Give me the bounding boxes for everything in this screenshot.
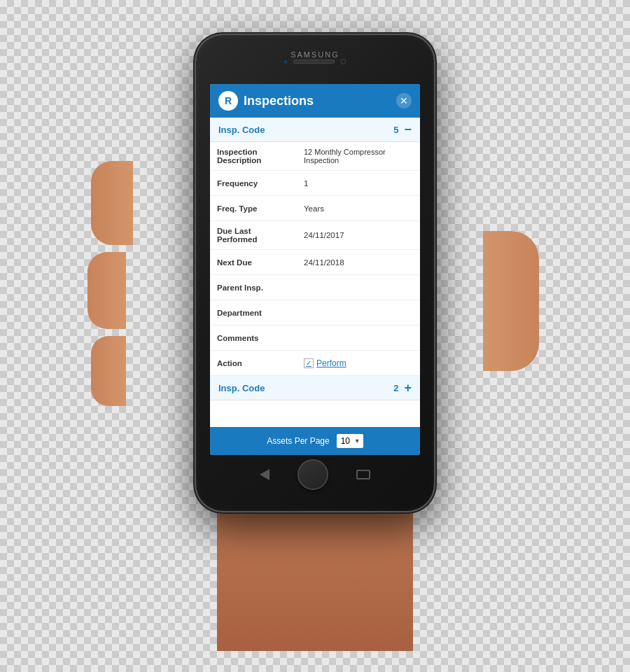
thumb [483, 231, 539, 371]
assets-per-page-label: Assets Per Page [267, 436, 329, 446]
field-label-next-due: Next Due [210, 250, 298, 274]
back-button-icon[interactable] [260, 469, 270, 480]
camera-dot [341, 59, 346, 64]
field-label-action: Action [210, 351, 298, 375]
close-button[interactable]: ✕ [396, 93, 412, 108]
field-label-department: Department [210, 300, 298, 325]
field-label-due-last: Due Last Performed [210, 221, 298, 249]
phone-top-bar [284, 59, 346, 64]
field-label-frequency: Frequency [210, 171, 298, 195]
field-value-parent [298, 275, 420, 300]
detail-row: Parent Insp. [210, 275, 420, 300]
finger-1 [91, 161, 133, 245]
insp-toggle-minus[interactable]: − [404, 123, 412, 136]
insp-code2-label: Insp. Code [218, 383, 393, 393]
detail-row: Department [210, 300, 420, 326]
detail-row: Freq. Type Years [210, 196, 420, 221]
finger-3 [91, 336, 126, 406]
perform-link[interactable]: ✓ Perform [304, 358, 346, 368]
app-footer: Assets Per Page 5 10 20 50 ▼ [210, 427, 420, 455]
app-title: Inspections [244, 94, 391, 108]
field-value-frequency: 1 [298, 171, 420, 195]
field-value-department [298, 300, 420, 325]
field-value-next-due: 24/11/2018 [298, 250, 420, 274]
field-value-description: 12 Monthly Compressor Inspection [298, 142, 420, 170]
hand-holding-phone: SAMSUNG R Inspections ✕ Insp. Code [77, 21, 553, 651]
phone-brand: SAMSUNG [290, 50, 340, 59]
detail-row: Next Due 24/11/2018 [210, 250, 420, 275]
insp-code-label: Insp. Code [218, 125, 393, 135]
phone-body: SAMSUNG R Inspections ✕ Insp. Code [196, 35, 434, 511]
detail-row: Comments [210, 326, 420, 351]
insp-toggle-plus[interactable]: + [404, 382, 412, 394]
app-header: R Inspections ✕ [210, 84, 420, 118]
finger-2 [88, 252, 126, 329]
home-button[interactable] [298, 459, 328, 490]
detail-row: Inspection Description 12 Monthly Compre… [210, 142, 420, 171]
insp-code-value: 5 [393, 125, 398, 135]
detail-row-action: Action ✓ Perform [210, 351, 420, 376]
inspection1-details: Inspection Description 12 Monthly Compre… [210, 142, 420, 376]
field-label-description: Inspection Description [210, 142, 298, 170]
field-label-comments: Comments [210, 326, 298, 350]
sensor-dot [284, 60, 288, 64]
detail-row: Due Last Performed 24/11/2017 [210, 221, 420, 250]
field-value-due-last: 24/11/2017 [298, 221, 420, 249]
detail-row: Frequency 1 [210, 171, 420, 196]
field-value-freq-type: Years [298, 196, 420, 220]
field-label-parent: Parent Insp. [210, 275, 298, 300]
field-value-comments [298, 326, 420, 350]
perform-label[interactable]: Perform [316, 358, 346, 368]
field-label-freq-type: Freq. Type [210, 196, 298, 220]
per-page-select-wrapper[interactable]: 5 10 20 50 ▼ [337, 434, 363, 448]
phone-screen: R Inspections ✕ Insp. Code 5 − Inspectio… [210, 84, 420, 455]
inspection2-header[interactable]: Insp. Code 2 + [210, 376, 420, 400]
app-icon: R [218, 91, 238, 111]
inspection1-header[interactable]: Insp. Code 5 − [210, 118, 420, 142]
field-value-action[interactable]: ✓ Perform [298, 351, 420, 375]
phone-bottom-nav [260, 459, 370, 490]
per-page-select[interactable]: 5 10 20 50 [337, 434, 363, 448]
recents-button-icon[interactable] [356, 470, 370, 479]
insp-code2-value: 2 [393, 383, 398, 393]
perform-checkbox-icon: ✓ [304, 358, 314, 368]
speaker-grille [293, 59, 335, 64]
